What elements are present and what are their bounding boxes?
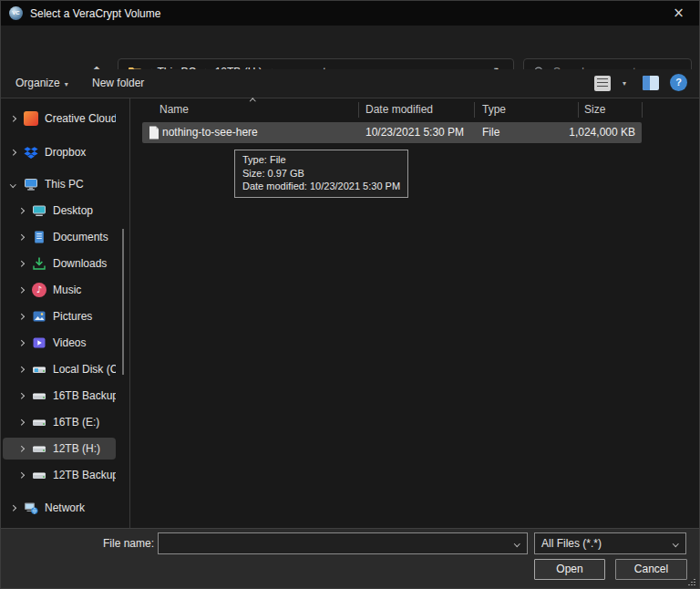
file-date-cell: 10/23/2021 5:30 PM xyxy=(365,126,464,139)
help-icon[interactable]: ? xyxy=(670,74,687,91)
expand-chevron-icon[interactable] xyxy=(18,419,24,425)
expand-chevron-icon[interactable] xyxy=(18,287,24,293)
drive-icon xyxy=(32,441,46,456)
column-header-type[interactable]: Type xyxy=(482,103,506,116)
file-name-dropdown-chevron-icon[interactable] xyxy=(514,541,520,546)
close-button[interactable]: × xyxy=(658,1,699,26)
file-list-pane: Name Date modified Type Size nothing-to-… xyxy=(130,98,699,528)
collapse-chevron-icon[interactable] xyxy=(10,181,15,187)
sidebar-scrollbar[interactable] xyxy=(122,229,124,375)
expand-chevron-icon[interactable] xyxy=(18,446,24,451)
file-type-select[interactable]: All Files (*.*) xyxy=(534,532,686,554)
sidebar-item-this-pc[interactable]: This PC xyxy=(3,173,116,195)
sidebar-item-desktop[interactable]: Desktop xyxy=(3,200,116,222)
open-button[interactable]: Open xyxy=(534,559,605,580)
tooltip-type-line: Type: File xyxy=(242,153,400,167)
cancel-button[interactable]: Cancel xyxy=(615,559,687,580)
command-bar: Organize▾ New folder ▾ ? xyxy=(1,69,699,98)
music-icon xyxy=(32,283,46,297)
pictures-icon xyxy=(32,309,46,324)
windows-drive-icon xyxy=(32,362,46,377)
sidebar-item-16tb-backup[interactable]: 16TB Backup (D xyxy=(3,385,116,407)
file-row-selected[interactable]: nothing-to-see-here 10/23/2021 5:30 PM F… xyxy=(142,122,642,143)
views-details-icon[interactable] xyxy=(594,76,611,91)
file-name-input[interactable] xyxy=(159,537,507,550)
tooltip-size-line: Size: 0.97 GB xyxy=(242,167,400,181)
veracrypt-logo-icon xyxy=(9,6,23,20)
sidebar-item-music[interactable]: Music xyxy=(3,279,116,301)
sidebar-item-local-disk-c[interactable]: Local Disk (C:) xyxy=(3,358,116,380)
expand-chevron-icon[interactable] xyxy=(18,472,24,478)
dialog-footer: File name: All Files (*.*) Open Cancel xyxy=(1,528,699,588)
sidebar-item-creative-cloud[interactable]: Creative Cloud F xyxy=(3,108,116,129)
sidebar-item-downloads[interactable]: Downloads xyxy=(3,253,116,274)
dropbox-icon xyxy=(24,145,38,160)
documents-icon xyxy=(32,230,46,244)
sidebar-item-dropbox[interactable]: Dropbox xyxy=(3,141,116,163)
column-header-date-modified[interactable]: Date modified xyxy=(365,103,433,116)
sidebar-item-videos[interactable]: Videos xyxy=(3,332,116,354)
column-header-size[interactable]: Size xyxy=(584,103,605,116)
creative-cloud-icon xyxy=(24,111,38,126)
new-folder-button[interactable]: New folder xyxy=(92,77,144,89)
navigation-bar: ← → ↑ This PC 12TB (H:) veracrypt ↻ xyxy=(1,26,699,69)
desktop-icon xyxy=(32,203,46,218)
file-icon xyxy=(149,126,160,140)
file-size-cell: 1,024,000 KB xyxy=(569,126,635,139)
organize-menu[interactable]: Organize▾ xyxy=(15,77,68,89)
expand-chevron-icon[interactable] xyxy=(18,340,24,346)
sort-ascending-icon xyxy=(250,98,255,104)
preview-pane-icon[interactable] xyxy=(643,76,659,90)
sidebar-item-network[interactable]: Network xyxy=(3,497,116,519)
network-icon xyxy=(24,501,38,515)
column-header-name[interactable]: Name xyxy=(160,103,189,116)
sidebar-item-12tb-backup[interactable]: 12TB Backup (L xyxy=(3,464,116,486)
expand-chevron-icon[interactable] xyxy=(18,314,24,319)
this-pc-icon xyxy=(24,177,38,191)
expand-chevron-icon[interactable] xyxy=(10,150,15,155)
downloads-icon xyxy=(32,256,46,271)
expand-chevron-icon[interactable] xyxy=(18,393,24,398)
expand-chevron-icon[interactable] xyxy=(18,208,24,213)
file-type-cell: File xyxy=(482,126,499,139)
drive-icon xyxy=(32,468,46,482)
resize-grip[interactable] xyxy=(688,578,695,585)
file-tooltip: Type: File Size: 0.97 GB Date modified: … xyxy=(234,150,408,198)
titlebar: Select a VeraCrypt Volume × xyxy=(1,1,699,26)
sidebar-item-pictures[interactable]: Pictures xyxy=(3,305,116,327)
sidebar-item-16tb-e[interactable]: 16TB (E:) xyxy=(3,411,116,433)
sidebar-item-12tb-h[interactable]: 12TB (H:) xyxy=(3,438,116,460)
tooltip-date-line: Date modified: 10/23/2021 5:30 PM xyxy=(242,180,400,193)
file-name-combobox[interactable] xyxy=(158,532,528,554)
expand-chevron-icon[interactable] xyxy=(10,505,15,511)
file-name-label: File name: xyxy=(99,537,154,550)
navigation-pane: Creative Cloud F Dropbox This PC Desktop… xyxy=(1,98,129,528)
window-title: Select a VeraCrypt Volume xyxy=(30,7,160,20)
file-name-cell: nothing-to-see-here xyxy=(162,126,258,139)
expand-chevron-icon[interactable] xyxy=(18,234,24,240)
expand-chevron-icon[interactable] xyxy=(18,261,24,266)
expand-chevron-icon[interactable] xyxy=(10,116,15,121)
column-header-row: Name Date modified Type Size xyxy=(130,98,699,121)
file-dialog-window: Select a VeraCrypt Volume × ← → ↑ This P… xyxy=(0,0,700,589)
drive-icon xyxy=(32,388,46,403)
file-type-chevron-icon xyxy=(673,541,678,546)
videos-icon xyxy=(32,336,46,350)
dropdown-caret-icon: ▾ xyxy=(65,80,68,88)
views-dropdown-caret-icon[interactable]: ▾ xyxy=(623,79,626,88)
expand-chevron-icon[interactable] xyxy=(18,367,24,372)
file-type-value: All Files (*.*) xyxy=(535,537,665,550)
sidebar-item-documents[interactable]: Documents xyxy=(3,226,116,248)
drive-icon xyxy=(32,415,46,429)
